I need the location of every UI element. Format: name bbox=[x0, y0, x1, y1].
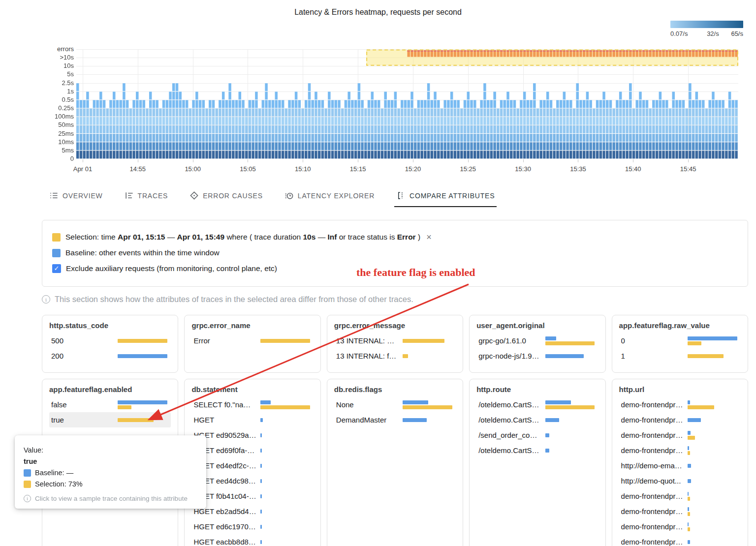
tab-bar: OVERVIEWTRACESERROR CAUSESLATENCY EXPLOR… bbox=[49, 191, 495, 207]
exclude-checkbox[interactable]: ✓ bbox=[52, 264, 61, 273]
attribute-bars bbox=[688, 507, 739, 516]
baseline-bar bbox=[688, 479, 691, 483]
attribute-bars bbox=[688, 400, 739, 409]
x-axis-tick bbox=[83, 159, 83, 162]
attribute-value-row[interactable]: /oteldemo.CartSe... bbox=[476, 412, 598, 427]
baseline-bar bbox=[260, 494, 262, 498]
y-axis-label: 0.5s bbox=[1, 96, 74, 103]
tab-compare-attributes[interactable]: COMPARE ATTRIBUTES bbox=[396, 191, 495, 207]
attribute-value-row[interactable]: HGET f0b41c04-f... bbox=[191, 488, 313, 504]
y-axis-label: 5s bbox=[1, 70, 74, 78]
attribute-value-row[interactable]: demo-frontendpro... bbox=[619, 488, 741, 504]
attribute-value-row[interactable]: None bbox=[334, 397, 456, 412]
attribute-value-row[interactable]: HGET eacbb8d8-f... bbox=[191, 534, 313, 546]
attribute-bars bbox=[260, 418, 312, 422]
attribute-value-label: http://demo-email... bbox=[621, 461, 688, 470]
attribute-value-row[interactable]: demo-frontendpro... bbox=[619, 534, 741, 546]
attribute-bars bbox=[260, 540, 312, 544]
attribute-value-row[interactable]: Error bbox=[191, 333, 313, 348]
attribute-value-row[interactable]: demo-frontendpro... bbox=[619, 427, 741, 443]
attribute-bars bbox=[545, 449, 597, 453]
attribute-value-row[interactable]: /send_order_confi... bbox=[476, 427, 598, 443]
attribute-value-row[interactable]: 13 INTERNAL: fail... bbox=[334, 348, 456, 364]
attribute-value-row[interactable]: 1 bbox=[619, 348, 741, 364]
attribute-value-row[interactable]: DemandMaster bbox=[334, 412, 456, 427]
y-axis-label: 5ms bbox=[1, 147, 74, 154]
attribute-value-row[interactable]: demo-frontendpro... bbox=[619, 412, 741, 427]
attribute-value-label: 1 bbox=[621, 352, 629, 360]
baseline-summary-text: Baseline: other events within the time w… bbox=[65, 247, 220, 259]
selection-bar bbox=[688, 354, 724, 358]
attribute-value-row[interactable]: HGET eb2ad5d4-f... bbox=[191, 504, 313, 519]
attribute-value-row[interactable]: http://demo-email... bbox=[619, 458, 741, 473]
attribute-card-http.url: http.urldemo-frontendpro...demo-frontend… bbox=[612, 379, 748, 546]
attribute-value-row[interactable]: SELECT f0."name"... bbox=[191, 397, 313, 412]
x-axis-label: 15:35 bbox=[556, 165, 600, 173]
selection-bar bbox=[403, 354, 408, 358]
card-title: app.featureflag.raw_value bbox=[619, 321, 741, 330]
baseline-bar bbox=[260, 449, 262, 453]
attribute-card-app.featureflag.raw_value: app.featureflag.raw_value01 bbox=[612, 315, 748, 373]
selection-bar bbox=[118, 405, 131, 409]
selection-bar bbox=[688, 497, 690, 501]
attribute-bars bbox=[260, 479, 312, 483]
tab-traces[interactable]: TRACES bbox=[125, 191, 168, 207]
attribute-value-row[interactable]: demo-frontendpro... bbox=[619, 504, 741, 519]
attribute-bars bbox=[118, 339, 169, 343]
attribute-value-label: demo-frontendpro... bbox=[621, 400, 688, 409]
attribute-value-row[interactable]: 200 bbox=[49, 348, 171, 364]
attribute-value-row[interactable]: HGET ed90529a-f... bbox=[191, 427, 313, 443]
baseline-bar bbox=[545, 354, 584, 358]
x-axis-label: 15:25 bbox=[446, 165, 490, 173]
attribute-bars bbox=[688, 540, 739, 544]
tab-error-causes[interactable]: ERROR CAUSES bbox=[189, 191, 263, 207]
baseline-bar bbox=[545, 449, 549, 453]
attribute-value-row[interactable]: demo-frontendpro... bbox=[619, 519, 741, 534]
attribute-card-http.route: http.route/oteldemo.CartSe.../oteldemo.C… bbox=[469, 379, 605, 546]
attribute-value-row[interactable]: grpc-go/1.61.0 bbox=[476, 333, 598, 348]
attribute-card-db.redis.flags: db.redis.flagsNoneDemandMaster bbox=[327, 379, 463, 546]
attribute-value-row[interactable]: 13 INTERNAL: Err... bbox=[334, 333, 456, 348]
tooltip-selection-text: Selection: 73% bbox=[35, 480, 83, 488]
attribute-value-row[interactable]: HGET ed4edf2c-f... bbox=[191, 458, 313, 473]
attribute-value-row[interactable]: http://demo-quot... bbox=[619, 473, 741, 488]
attribute-value-row[interactable]: HGET ed6c1970-f... bbox=[191, 519, 313, 534]
baseline-bar bbox=[688, 507, 689, 511]
attribute-value-row[interactable]: HGET bbox=[191, 412, 313, 427]
attribute-card-grpc.error_message: grpc.error_message13 INTERNAL: Err...13 … bbox=[327, 315, 463, 373]
y-axis-label: 2.5s bbox=[1, 79, 74, 87]
baseline-swatch bbox=[52, 249, 61, 257]
attribute-value-row[interactable]: HGET eed4dc98-f... bbox=[191, 473, 313, 488]
attribute-bars bbox=[688, 431, 739, 440]
attribute-value-row[interactable]: true bbox=[49, 412, 171, 427]
tab-latency-explorer[interactable]: LATENCY EXPLORER bbox=[284, 191, 375, 207]
tooltip-baseline-text: Baseline: — bbox=[35, 469, 73, 477]
selection-bar bbox=[403, 405, 452, 409]
attribute-value-label: Error bbox=[193, 336, 214, 345]
attribute-value-row[interactable]: /oteldemo.CartSe... bbox=[476, 443, 598, 458]
attribute-value-row[interactable]: 0 bbox=[619, 333, 741, 348]
attribute-value-row[interactable]: demo-frontendpro... bbox=[619, 397, 741, 412]
attribute-value-label: demo-frontendpro... bbox=[621, 431, 688, 439]
close-icon[interactable]: × bbox=[426, 233, 432, 242]
heatmap-canvas[interactable] bbox=[76, 49, 738, 159]
card-title: grpc.error_name bbox=[191, 321, 313, 330]
attribute-value-row[interactable]: 500 bbox=[49, 333, 171, 348]
attribute-value-row[interactable]: grpc-node-js/1.9.13 bbox=[476, 348, 598, 364]
baseline-bar bbox=[688, 464, 691, 468]
x-axis-tick bbox=[468, 159, 469, 162]
tooltip-baseline-row: Baseline: — bbox=[24, 469, 197, 477]
attribute-value-label: DemandMaster bbox=[336, 416, 391, 424]
attribute-value-row[interactable]: demo-frontendpro... bbox=[619, 443, 741, 458]
attribute-value-row[interactable]: HGET ed69f0fa-f0... bbox=[191, 443, 313, 458]
attribute-value-row[interactable]: /oteldemo.CartSe... bbox=[476, 397, 598, 412]
latency-errors-heatmap[interactable]: errors>10s10s5s2.5s1s0.5s0.25s100ms50ms2… bbox=[0, 0, 756, 182]
baseline-bar bbox=[688, 418, 701, 422]
x-axis-tick bbox=[303, 159, 303, 162]
tab-overview[interactable]: OVERVIEW bbox=[49, 191, 103, 207]
check-icon: ✓ bbox=[54, 263, 60, 274]
y-axis-label: >10s bbox=[1, 54, 74, 61]
x-axis-label: 15:00 bbox=[171, 165, 215, 173]
attribute-bars bbox=[688, 418, 739, 422]
attribute-value-row[interactable]: false bbox=[49, 397, 171, 412]
